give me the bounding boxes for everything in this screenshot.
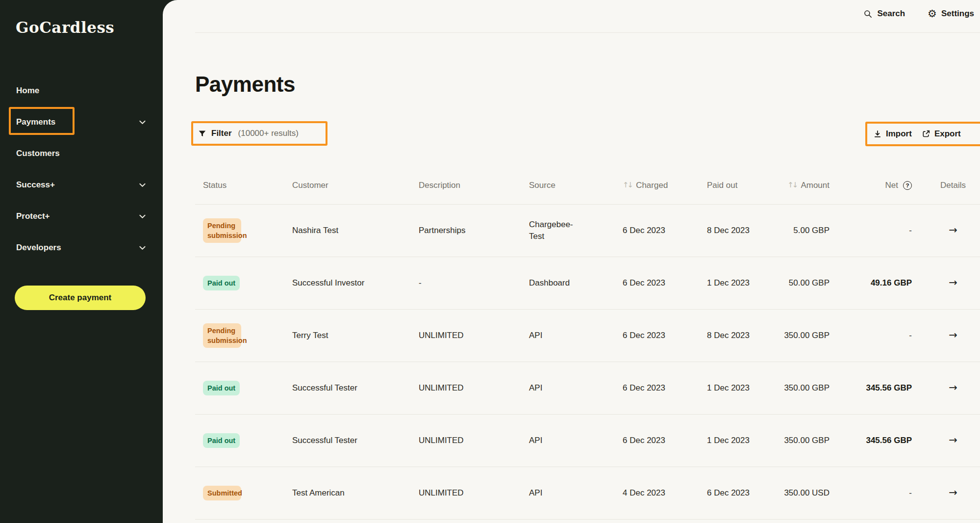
cell-customer: Successful Tester	[292, 435, 357, 446]
cell-customer: Successful Tester	[292, 382, 357, 394]
sidebar-item-payments[interactable]: Payments	[16, 115, 147, 130]
cell-paid-out: 6 Dec 2023	[707, 487, 752, 499]
gear-icon: ⚙	[928, 9, 937, 19]
table-row[interactable]: Paid out Successful Tester UNLIMITED API…	[195, 415, 980, 467]
search-button[interactable]: Search	[863, 9, 905, 19]
filter-results-count: (10000+ results)	[238, 129, 299, 138]
export-label: Export	[934, 129, 961, 139]
cell-net: -	[832, 225, 912, 236]
table-row[interactable]: Paid out Successful Investor - Dashboard…	[195, 257, 980, 310]
filter-annotation-box: Filter (10000+ results)	[191, 121, 327, 146]
chevron-down-icon	[138, 181, 147, 189]
header-status: Status	[203, 180, 226, 191]
chevron-down-icon	[138, 244, 147, 252]
table-row[interactable]: Submitted Test American UNLIMITED API 4 …	[195, 467, 980, 520]
topbar: Search ⚙ Settings	[863, 0, 974, 27]
cell-description: UNLIMITED	[419, 330, 464, 341]
payments-table: Status Customer Description Source ↑↓ Ch…	[195, 167, 980, 520]
cell-source: API	[529, 330, 588, 341]
cell-paid-out: 1 Dec 2023	[707, 382, 752, 394]
page-title: Payments	[195, 72, 295, 97]
cell-description: -	[419, 277, 422, 289]
import-label: Import	[886, 129, 912, 139]
cell-net: -	[832, 330, 912, 341]
table-row[interactable]: Pending submission Terry Test UNLIMITED …	[195, 310, 980, 362]
cell-source: Dashboard	[529, 277, 588, 289]
sidebar-item-label: Developers	[16, 243, 61, 253]
cell-paid-out: 1 Dec 2023	[707, 277, 752, 289]
chevron-down-icon	[138, 212, 147, 221]
cell-amount: 350.00 USD	[757, 487, 829, 499]
topbar-divider	[195, 32, 980, 33]
help-icon[interactable]: ?	[903, 181, 912, 190]
sidebar-item-label: Protect+	[16, 211, 50, 221]
sidebar: GoCardless Home Payments Customers Succe…	[0, 0, 163, 523]
cell-charged: 6 Dec 2023	[623, 382, 691, 394]
header-amount[interactable]: ↑↓ Amount	[757, 180, 829, 191]
cell-customer: Terry Test	[292, 330, 328, 341]
sidebar-item-label: Home	[16, 86, 39, 96]
row-details-arrow-icon[interactable]: →	[949, 224, 957, 236]
table-row[interactable]: Paid out Successful Tester UNLIMITED API…	[195, 362, 980, 415]
cell-source: Chargebee-Test	[529, 219, 588, 242]
row-details-arrow-icon[interactable]: →	[949, 434, 957, 446]
export-button[interactable]: Export	[922, 129, 961, 139]
cell-description: UNLIMITED	[419, 382, 464, 394]
search-label: Search	[877, 9, 905, 19]
cell-paid-out: 8 Dec 2023	[707, 330, 752, 341]
cell-amount: 350.00 GBP	[757, 435, 829, 446]
header-description: Description	[419, 180, 460, 191]
cell-description: UNLIMITED	[419, 435, 464, 446]
filter-label: Filter	[211, 129, 232, 138]
sidebar-item-home[interactable]: Home	[16, 83, 147, 98]
sidebar-item-label: Payments	[16, 117, 55, 127]
sort-icon: ↑↓	[787, 180, 797, 190]
cell-customer: Test American	[292, 487, 345, 499]
cell-amount: 5.00 GBP	[757, 225, 829, 236]
row-details-arrow-icon[interactable]: →	[949, 277, 957, 288]
row-details-arrow-icon[interactable]: →	[949, 487, 957, 498]
create-payment-button[interactable]: Create payment	[15, 286, 146, 310]
cell-description: UNLIMITED	[419, 487, 464, 499]
status-badge: Paid out	[203, 433, 240, 448]
sidebar-item-protect[interactable]: Protect+	[16, 209, 147, 224]
cell-net: 345.56 GBP	[832, 435, 912, 446]
header-paid-out: Paid out	[707, 180, 752, 191]
row-details-arrow-icon[interactable]: →	[949, 382, 957, 393]
gocardless-logo: GoCardless	[16, 19, 114, 36]
header-net-label: Net	[885, 180, 898, 191]
sidebar-item-label: Customers	[16, 149, 60, 158]
import-download-icon	[873, 130, 882, 138]
cell-paid-out: 8 Dec 2023	[707, 225, 752, 236]
sort-icon: ↑↓	[623, 180, 632, 190]
import-button[interactable]: Import	[873, 129, 912, 139]
filter-icon	[198, 130, 206, 138]
cell-amount: 350.00 GBP	[757, 330, 829, 341]
sidebar-item-customers[interactable]: Customers	[16, 146, 147, 161]
header-customer: Customer	[292, 180, 328, 191]
settings-button[interactable]: ⚙ Settings	[928, 9, 974, 19]
cell-net: 49.16 GBP	[832, 277, 912, 289]
search-icon	[863, 9, 873, 19]
row-details-arrow-icon[interactable]: →	[949, 329, 957, 341]
status-badge: Pending submission	[203, 218, 241, 243]
cell-paid-out: 1 Dec 2023	[707, 435, 752, 446]
cell-charged: 6 Dec 2023	[623, 330, 691, 341]
header-charged[interactable]: ↑↓ Charged	[623, 180, 691, 191]
sidebar-item-label: Success+	[16, 180, 55, 190]
header-charged-label: Charged	[636, 180, 668, 191]
status-badge: Pending submission	[203, 323, 241, 348]
status-badge: Submitted	[203, 486, 241, 500]
header-amount-label: Amount	[801, 180, 829, 191]
cell-customer: Nashira Test	[292, 225, 338, 236]
filter-button[interactable]: Filter (10000+ results)	[193, 129, 299, 138]
sidebar-item-success[interactable]: Success+	[16, 178, 147, 192]
sidebar-item-developers[interactable]: Developers	[16, 240, 147, 255]
sidebar-nav: Home Payments Customers Success+ Protect…	[16, 83, 147, 272]
table-row[interactable]: Pending submission Nashira Test Partners…	[195, 205, 980, 257]
cell-customer: Successful Investor	[292, 277, 364, 289]
cell-charged: 6 Dec 2023	[623, 225, 691, 236]
import-export-annotation-box: Import Export	[865, 122, 980, 146]
status-badge: Paid out	[203, 276, 240, 290]
app-root: GoCardless Home Payments Customers Succe…	[0, 0, 980, 523]
